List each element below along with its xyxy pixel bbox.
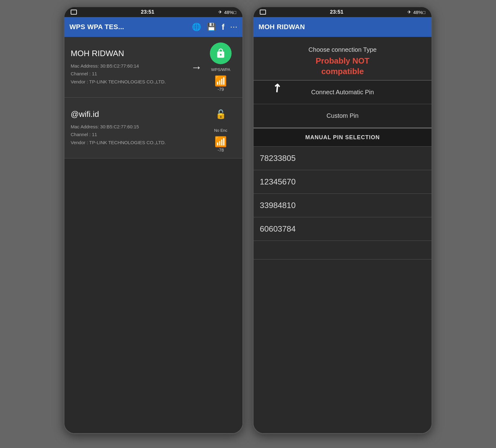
right-panel-content: Choose connection Type Probably NOT comp… xyxy=(254,37,432,433)
left-bar-icons[interactable]: 🌐 💾 f ⋯ xyxy=(192,22,237,32)
mac-address-2: Mac Address: 30:B5:C2:77:60:15 xyxy=(71,124,139,129)
wifi-signal-icon-2: 📶 xyxy=(215,136,227,148)
pin-item-4[interactable] xyxy=(254,241,432,259)
pin-item-1[interactable]: 12345670 xyxy=(254,170,432,194)
connect-automatic-pin-label: Connect Automatic Pin xyxy=(311,89,374,96)
connection-header: Choose connection Type Probably NOT comp… xyxy=(254,37,432,80)
screenshot-icon xyxy=(71,10,77,15)
right-airplane-icon: ✈ xyxy=(407,9,411,15)
pin-number-2: 33984810 xyxy=(260,201,296,210)
right-status-bar: 23:51 ✈ 48%□ xyxy=(254,7,432,17)
wifi-detail-2: Mac Address: 30:B5:C2:77:60:15 Channel :… xyxy=(71,123,205,147)
globe-icon[interactable]: 🌐 xyxy=(192,23,201,31)
probably-not-text: Probably NOT compatible xyxy=(260,56,425,77)
wifi-detail-1: Mac Address: 30:B5:C2:77:60:14 Channel :… xyxy=(71,62,191,86)
connect-automatic-pin-button[interactable]: ↗ Connect Automatic Pin xyxy=(254,81,432,104)
signal-db-1: -79 xyxy=(218,87,224,92)
right-time: 23:51 xyxy=(330,9,343,15)
connection-type-label: Choose connection Type xyxy=(260,46,425,53)
left-time: 23:51 xyxy=(141,9,154,15)
arrow-to-icon: → xyxy=(191,61,202,74)
screens-container: 23:51 ✈ 48%□ WPS WPA TES... 🌐 💾 f ⋯ MOH … xyxy=(0,0,496,448)
left-status-bar: 23:51 ✈ 48%□ xyxy=(64,7,242,17)
battery-text: 48%□ xyxy=(224,10,236,15)
channel-2: Channel : 11 xyxy=(71,132,97,137)
lock-open-icon: 🔓 xyxy=(215,109,226,119)
wifi-name-1: MOH RIDWAN xyxy=(71,49,191,58)
wifi-icons-right-1: WPS/WPA 📶 -79 xyxy=(205,42,236,92)
left-content: MOH RIDWAN Mac Address: 30:B5:C2:77:60:1… xyxy=(64,37,242,433)
facebook-icon[interactable]: f xyxy=(222,22,224,32)
wifi-signal-icon-1: 📶 xyxy=(215,75,227,87)
pin-item-2[interactable]: 33984810 xyxy=(254,194,432,217)
pin-item-3[interactable]: 60603784 xyxy=(254,217,432,241)
wifi-icons-right-2: 🔓 No Enc 📶 -78 xyxy=(205,103,236,153)
airplane-icon: ✈ xyxy=(218,9,222,15)
wifi-name-2: @wifi.id xyxy=(71,109,205,119)
manual-pin-label: MANUAL PIN SELECTION xyxy=(305,134,380,140)
no-enc-label: No Enc xyxy=(214,128,228,133)
custom-pin-label: Custom Pin xyxy=(326,112,358,119)
arrow-annotation: ↗ xyxy=(269,80,285,96)
wifi-signal-1: 📶 -79 xyxy=(215,75,227,92)
manual-pin-header: MANUAL PIN SELECTION xyxy=(254,129,432,147)
right-screenshot-icon xyxy=(260,10,266,15)
right-status-icons: ✈ 48%□ xyxy=(407,9,425,15)
left-app-bar: WPS WPA TES... 🌐 💾 f ⋯ xyxy=(64,17,242,37)
wifi-item-moh-ridwan[interactable]: MOH RIDWAN Mac Address: 30:B5:C2:77:60:1… xyxy=(64,37,242,98)
pin-number-1: 12345670 xyxy=(260,177,296,186)
vendor-2: Vendor : TP-LINK TECHNOLOGIES CO.,LTD. xyxy=(71,140,166,145)
save-icon[interactable]: 💾 xyxy=(207,23,216,31)
channel-1: Channel : 11 xyxy=(71,71,97,76)
mac-address-1: Mac Address: 30:B5:C2:77:60:14 xyxy=(71,63,139,69)
pin-item-0[interactable]: 78233805 xyxy=(254,147,432,170)
right-app-bar: MOH RIDWAN xyxy=(254,17,432,37)
wifi-item-wifi-id[interactable]: @wifi.id Mac Address: 30:B5:C2:77:60:15 … xyxy=(64,98,242,158)
right-battery-text: 48%□ xyxy=(413,10,425,15)
left-phone: 23:51 ✈ 48%□ WPS WPA TES... 🌐 💾 f ⋯ MOH … xyxy=(64,6,243,434)
probably-not-line2: compatible xyxy=(321,67,364,76)
wifi-signal-2: 📶 -78 xyxy=(215,136,227,153)
wps-label-1: WPS/WPA xyxy=(211,67,230,72)
probably-not-line1: Probably NOT xyxy=(316,56,369,65)
left-status-icons: ✈ 48%□ xyxy=(218,9,236,15)
wps-lock-icon xyxy=(210,42,232,64)
custom-pin-button[interactable]: Custom Pin xyxy=(254,104,432,128)
signal-db-2: -78 xyxy=(218,148,224,153)
vendor-1: Vendor : TP-LINK TECHNOLOGIES CO.,LTD. xyxy=(71,79,166,84)
right-app-title: MOH RIDWAN xyxy=(259,23,427,31)
pin-number-0: 78233805 xyxy=(260,153,296,163)
more-icon[interactable]: ⋯ xyxy=(230,23,237,31)
left-app-title: WPS WPA TES... xyxy=(69,23,192,31)
right-phone: 23:51 ✈ 48%□ MOH RIDWAN Choose connectio… xyxy=(253,6,432,434)
wifi-info-2: @wifi.id Mac Address: 30:B5:C2:77:60:15 … xyxy=(71,109,205,147)
wifi-info-1: MOH RIDWAN Mac Address: 30:B5:C2:77:60:1… xyxy=(71,49,191,86)
pin-number-3: 60603784 xyxy=(260,224,296,233)
no-enc-icon: 🔓 xyxy=(211,103,230,125)
